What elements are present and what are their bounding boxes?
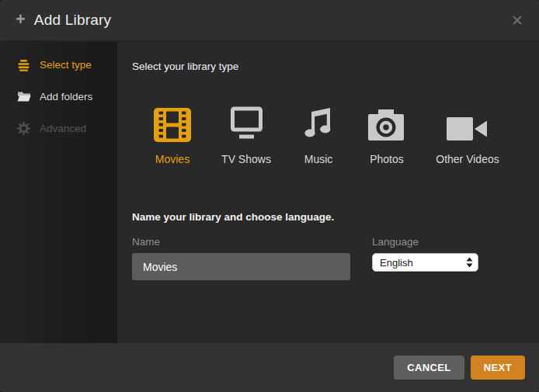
sidebar-item-select-type[interactable]: Select type: [0, 49, 117, 81]
name-section-title: Name your library and choose language.: [132, 211, 539, 223]
sidebar-item-label: Advanced: [40, 123, 86, 134]
library-type-label: Photos: [370, 153, 404, 165]
library-type-music[interactable]: Music: [287, 102, 349, 165]
select-type-panel: Select your library type: [117, 42, 539, 343]
plus-icon: +: [16, 11, 26, 28]
library-type-label: Movies: [155, 153, 190, 165]
next-button[interactable]: NEXT: [471, 356, 525, 380]
language-select[interactable]: English: [372, 253, 478, 272]
camera-icon: [367, 102, 406, 142]
wizard-steps-sidebar: Select type Add folders: [0, 42, 117, 343]
cancel-button[interactable]: CANCEL: [394, 356, 464, 380]
name-field-group: Name: [132, 236, 350, 280]
sidebar-item-advanced: Advanced: [0, 113, 117, 144]
language-field-label: Language: [372, 236, 478, 248]
library-type-tv-shows[interactable]: TV Shows: [211, 102, 281, 165]
video-camera-icon: [447, 102, 489, 142]
language-selected-value: English: [373, 257, 466, 269]
dialog-body: Select type Add folders: [0, 42, 539, 343]
dialog-title: Add Library: [34, 12, 111, 29]
sidebar-item-label: Add folders: [40, 91, 92, 102]
gear-icon: [16, 122, 31, 135]
library-type-section-title: Select your library type: [132, 61, 539, 72]
library-type-label: Other Videos: [436, 153, 499, 165]
film-icon: [154, 102, 191, 142]
library-type-other-videos[interactable]: Other Videos: [424, 102, 511, 165]
add-library-dialog: + Add Library ✕ Select type: [0, 0, 539, 392]
library-type-photos[interactable]: Photos: [356, 102, 418, 165]
library-name-input[interactable]: [132, 253, 350, 280]
dialog-footer: CANCEL NEXT: [0, 343, 539, 392]
type-list-icon: [16, 59, 31, 71]
sidebar-item-add-folders[interactable]: Add folders: [0, 81, 117, 113]
select-stepper-arrows-icon: [466, 257, 473, 268]
library-type-label: Music: [304, 153, 333, 165]
tv-icon: [226, 102, 266, 142]
library-type-row: Movies TV Shows: [140, 102, 539, 165]
folder-icon: [16, 91, 31, 102]
music-note-icon: [301, 102, 336, 142]
language-field-group: Language English: [372, 236, 478, 272]
library-type-movies[interactable]: Movies: [140, 102, 205, 165]
name-language-fields: Name Language English: [132, 236, 539, 280]
dialog-header: + Add Library ✕: [0, 0, 539, 42]
close-icon[interactable]: ✕: [511, 13, 523, 28]
library-type-label: TV Shows: [221, 153, 271, 165]
name-field-label: Name: [132, 236, 350, 248]
sidebar-item-label: Select type: [40, 59, 92, 71]
